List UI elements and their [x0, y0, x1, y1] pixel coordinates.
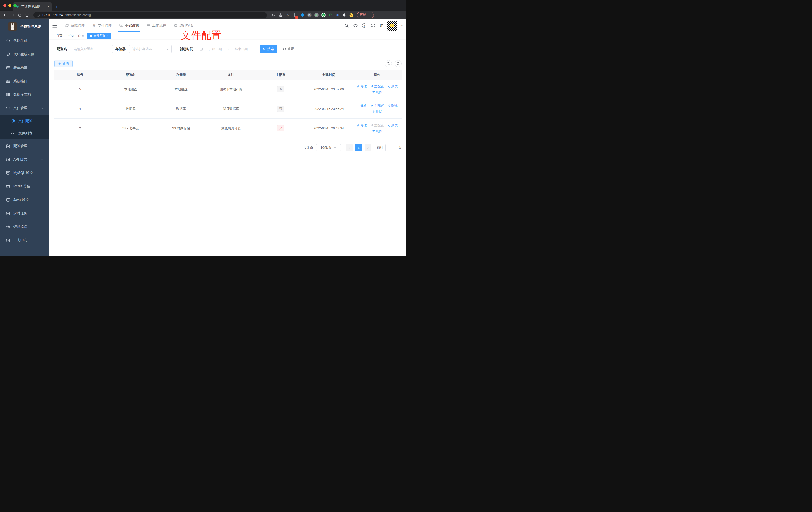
test-link[interactable]: 测试 [387, 104, 398, 108]
sidebar-item-file-manage[interactable]: 文件管理 [0, 101, 49, 115]
delete-link[interactable]: 删除 [372, 90, 382, 94]
refresh-table-button[interactable] [395, 60, 402, 67]
collapse-sidebar-icon[interactable] [52, 23, 58, 28]
search-icon[interactable] [344, 23, 349, 28]
bookmark-star-icon[interactable]: ☆ [285, 12, 291, 18]
forward-icon[interactable] [10, 12, 15, 18]
sidebar-item-cron-job[interactable]: 定时任务 [0, 207, 49, 220]
topnav-workflow[interactable]: 工作流程 [143, 19, 170, 32]
chevron-up-icon [40, 107, 43, 110]
date-range-picker[interactable]: 开始日期 - 结束日期 [197, 45, 254, 53]
sidebar-item-java-monitor[interactable]: Java 监控 [0, 193, 49, 207]
form-grid-icon [6, 65, 10, 70]
table-row: 2 S3 - 七牛云 S3 对象存储 戴佩妮真可爱 是 2022-03-15 2… [54, 119, 402, 138]
page-size-select[interactable]: 10条/页 [316, 144, 341, 151]
maximize-window-button[interactable] [13, 4, 17, 7]
browser-toolbar: 127.0.0.1:1024/infra/file/file-config ☆ … [0, 11, 406, 19]
goto-page-input[interactable] [385, 144, 396, 151]
cloud-upload-icon [11, 131, 16, 135]
browser-update-button[interactable]: 更新 ⋮ [357, 12, 374, 19]
avatar-caret-icon[interactable]: ▾ [401, 24, 403, 27]
config-name-input[interactable] [74, 47, 110, 51]
test-link[interactable]: 测试 [387, 84, 398, 89]
extension-record-icon[interactable] [314, 13, 319, 18]
font-size-icon[interactable]: tT [380, 24, 382, 28]
edit-link[interactable]: 修改 [357, 84, 367, 89]
sidebar-item-system-api[interactable]: 系统接口 [0, 74, 49, 88]
edit-link[interactable]: 修改 [357, 104, 367, 108]
sidebar-item-api-log[interactable]: API 日志 [0, 153, 49, 166]
sidebar-item-tracing[interactable]: 链路追踪 [0, 220, 49, 234]
tag-profile[interactable]: 个人中心 × [66, 33, 86, 39]
master-link[interactable]: 主配置 [370, 84, 384, 89]
extension-eye-icon[interactable] [335, 13, 340, 18]
search-button[interactable]: 搜索 [260, 45, 277, 53]
sidebar-item-code-demo[interactable]: 代码生成示例 [0, 48, 49, 61]
close-window-button[interactable] [3, 4, 6, 7]
tag-home[interactable]: 首页 [54, 33, 65, 39]
reload-icon[interactable] [17, 12, 23, 18]
share-icon[interactable] [278, 12, 283, 18]
sidebar-item-redis-monitor[interactable]: Redis 监控 [0, 180, 49, 193]
update-label: 更新 [359, 13, 366, 17]
sidebar-item-config-manage[interactable]: 配置管理 [0, 139, 49, 153]
topnav-report[interactable]: 统计报表 [170, 19, 197, 32]
tag-close-icon[interactable]: × [107, 34, 108, 37]
tag-file-config[interactable]: 文件配置 × [87, 33, 111, 39]
url-bar[interactable]: 127.0.0.1:1024/infra/file/file-config [33, 12, 267, 18]
tag-close-icon[interactable]: × [82, 34, 84, 37]
extension-y-icon[interactable]: y [321, 13, 326, 18]
fullscreen-icon[interactable] [371, 23, 375, 28]
sidebar-item-mysql-monitor[interactable]: MySQL 监控 [0, 166, 49, 180]
log-pencil-icon [6, 238, 10, 243]
url-host: 127.0.0.1:1024 [42, 13, 63, 17]
reset-button[interactable]: 重置 [280, 45, 297, 53]
password-key-icon[interactable] [270, 12, 276, 18]
edit-link[interactable]: 修改 [357, 123, 367, 128]
storage-select[interactable]: 请选择存储器 [129, 45, 172, 53]
test-link[interactable]: 测试 [387, 123, 398, 128]
help-icon[interactable]: ? [362, 24, 366, 28]
topnav-infra[interactable]: 基础设施 [115, 19, 143, 32]
config-name-field[interactable] [70, 45, 113, 53]
back-icon[interactable] [2, 12, 8, 18]
page-number-current[interactable]: 1 [355, 144, 362, 151]
prev-page-button[interactable] [346, 144, 353, 151]
extension-emoji-icon[interactable] [349, 13, 354, 18]
minimize-window-button[interactable] [8, 4, 11, 7]
tab-close-icon[interactable]: × [48, 5, 49, 9]
extension-grid-icon[interactable]: 11 [293, 13, 298, 18]
browser-menu-icon[interactable]: ⋮ [368, 13, 371, 17]
github-icon[interactable] [353, 23, 358, 28]
extension-kite-icon[interactable] [300, 13, 305, 18]
master-link[interactable]: 主配置 [370, 104, 384, 108]
sidebar-item-log-center[interactable]: 日志中心 [0, 234, 49, 247]
new-tab-button[interactable]: + [55, 4, 58, 10]
sidebar-item-code-gen[interactable]: 代码生成 [0, 34, 49, 48]
toggle-search-button[interactable] [385, 60, 392, 67]
delete-link[interactable]: 删除 [372, 110, 382, 114]
topnav-system[interactable]: 系统管理 [61, 19, 88, 32]
sidebar-item-form-builder[interactable]: 表单构建 [0, 61, 49, 74]
delete-link[interactable]: 删除 [372, 129, 382, 133]
topnav-pay[interactable]: ¥ 支付管理 [88, 19, 115, 32]
log-pencil-icon [6, 157, 10, 162]
goto-label: 前往 [377, 145, 383, 150]
home-icon[interactable] [24, 12, 30, 18]
next-page-button[interactable] [365, 144, 371, 151]
tag-label: 文件配置 [93, 34, 105, 38]
sidebar-item-file-list[interactable]: 文件列表 [0, 127, 49, 139]
col-master: 主配置 [256, 72, 305, 77]
extension-command-icon[interactable]: ⌘ [307, 13, 312, 18]
site-info-icon[interactable] [36, 12, 40, 18]
sidebar-item-file-config[interactable]: 文件配置 [0, 115, 49, 127]
add-button[interactable]: 新增 [54, 60, 72, 67]
avatar[interactable] [387, 21, 397, 31]
sidebar-item-db-doc[interactable]: 数据库文档 [0, 88, 49, 101]
extension-puzzle-icon[interactable] [342, 13, 347, 18]
app-title: 芋道管理系统 [20, 24, 41, 29]
app-logo-row[interactable]: 芋道管理系统 [0, 19, 49, 33]
date-end-placeholder: 结束日期 [231, 47, 251, 51]
extension-star-icon[interactable]: ✩ [328, 13, 333, 18]
browser-tab[interactable]: 芋道管理系统 × [13, 2, 52, 11]
